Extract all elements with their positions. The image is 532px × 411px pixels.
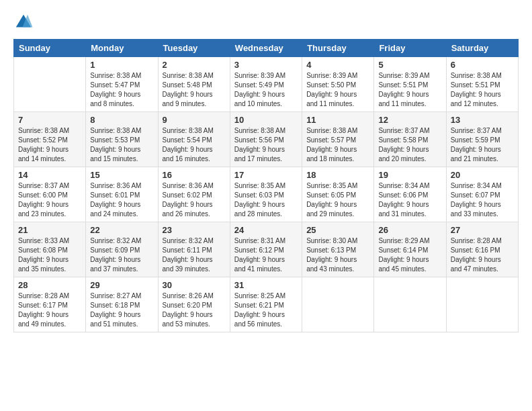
day-number: 21: [18, 225, 81, 235]
calendar-cell: 30Sunrise: 8:26 AMSunset: 6:20 PMDayligh…: [158, 277, 230, 332]
calendar-cell: 6Sunrise: 8:38 AMSunset: 5:51 PMDaylight…: [446, 57, 518, 112]
page: SundayMondayTuesdayWednesdayThursdayFrid…: [0, 0, 532, 411]
day-info: Sunrise: 8:31 AMSunset: 6:12 PMDaylight:…: [234, 236, 298, 274]
day-number: 12: [378, 115, 441, 125]
calendar-cell: 12Sunrise: 8:37 AMSunset: 5:58 PMDayligh…: [374, 112, 446, 167]
header-cell-sunday: Sunday: [14, 40, 86, 57]
day-info: Sunrise: 8:32 AMSunset: 6:11 PMDaylight:…: [163, 236, 226, 274]
day-info: Sunrise: 8:34 AMSunset: 6:06 PMDaylight:…: [378, 181, 441, 219]
day-number: 19: [378, 170, 441, 180]
day-info: Sunrise: 8:37 AMSunset: 6:00 PMDaylight:…: [18, 181, 81, 219]
header-cell-wednesday: Wednesday: [230, 40, 302, 57]
calendar-cell: 26Sunrise: 8:29 AMSunset: 6:14 PMDayligh…: [374, 222, 446, 277]
logo: [13, 12, 36, 32]
calendar-cell: 13Sunrise: 8:37 AMSunset: 5:59 PMDayligh…: [446, 112, 518, 167]
week-row-4: 28Sunrise: 8:28 AMSunset: 6:17 PMDayligh…: [14, 277, 519, 332]
day-number: 29: [90, 280, 153, 290]
day-info: Sunrise: 8:28 AMSunset: 6:17 PMDaylight:…: [18, 291, 81, 329]
day-number: 27: [451, 225, 514, 235]
day-info: Sunrise: 8:38 AMSunset: 5:56 PMDaylight:…: [234, 126, 298, 164]
calendar-cell: 21Sunrise: 8:33 AMSunset: 6:08 PMDayligh…: [14, 222, 86, 277]
day-number: 2: [163, 60, 226, 70]
day-number: 13: [451, 115, 514, 125]
day-number: 4: [306, 60, 369, 70]
calendar-table: SundayMondayTuesdayWednesdayThursdayFrid…: [13, 39, 519, 332]
day-info: Sunrise: 8:37 AMSunset: 5:59 PMDaylight:…: [451, 126, 514, 164]
day-number: 6: [451, 60, 514, 70]
day-number: 9: [163, 115, 226, 125]
day-info: Sunrise: 8:27 AMSunset: 6:18 PMDaylight:…: [90, 291, 153, 329]
header-cell-tuesday: Tuesday: [158, 40, 230, 57]
day-number: 24: [234, 225, 298, 235]
logo-icon: [13, 12, 34, 32]
day-info: Sunrise: 8:38 AMSunset: 5:53 PMDaylight:…: [90, 126, 153, 164]
day-number: 26: [378, 225, 441, 235]
calendar-cell: [14, 57, 86, 112]
day-info: Sunrise: 8:29 AMSunset: 6:14 PMDaylight:…: [378, 236, 441, 274]
day-info: Sunrise: 8:38 AMSunset: 5:57 PMDaylight:…: [306, 126, 369, 164]
calendar-cell: 4Sunrise: 8:39 AMSunset: 5:50 PMDaylight…: [302, 57, 374, 112]
week-row-2: 14Sunrise: 8:37 AMSunset: 6:00 PMDayligh…: [14, 167, 519, 222]
day-number: 16: [163, 170, 226, 180]
calendar-cell: 11Sunrise: 8:38 AMSunset: 5:57 PMDayligh…: [302, 112, 374, 167]
calendar-cell: 17Sunrise: 8:35 AMSunset: 6:03 PMDayligh…: [230, 167, 302, 222]
day-number: 15: [90, 170, 153, 180]
header-cell-friday: Friday: [374, 40, 446, 57]
day-number: 25: [306, 225, 369, 235]
calendar-cell: 15Sunrise: 8:36 AMSunset: 6:01 PMDayligh…: [86, 167, 158, 222]
day-info: Sunrise: 8:39 AMSunset: 5:49 PMDaylight:…: [234, 71, 298, 109]
day-info: Sunrise: 8:35 AMSunset: 6:05 PMDaylight:…: [306, 181, 369, 219]
day-number: 17: [234, 170, 298, 180]
calendar-cell: 14Sunrise: 8:37 AMSunset: 6:00 PMDayligh…: [14, 167, 86, 222]
header-row: SundayMondayTuesdayWednesdayThursdayFrid…: [14, 40, 519, 57]
calendar-cell: 1Sunrise: 8:38 AMSunset: 5:47 PMDaylight…: [86, 57, 158, 112]
day-info: Sunrise: 8:36 AMSunset: 6:01 PMDaylight:…: [90, 181, 153, 219]
calendar-cell: 18Sunrise: 8:35 AMSunset: 6:05 PMDayligh…: [302, 167, 374, 222]
calendar-cell: [374, 277, 446, 332]
day-info: Sunrise: 8:34 AMSunset: 6:07 PMDaylight:…: [451, 181, 514, 219]
day-info: Sunrise: 8:38 AMSunset: 5:51 PMDaylight:…: [451, 71, 514, 109]
week-row-0: 1Sunrise: 8:38 AMSunset: 5:47 PMDaylight…: [14, 57, 519, 112]
day-number: 3: [234, 60, 298, 70]
day-info: Sunrise: 8:28 AMSunset: 6:16 PMDaylight:…: [451, 236, 514, 274]
day-number: 18: [306, 170, 369, 180]
day-info: Sunrise: 8:39 AMSunset: 5:50 PMDaylight:…: [306, 71, 369, 109]
day-info: Sunrise: 8:35 AMSunset: 6:03 PMDaylight:…: [234, 181, 298, 219]
day-info: Sunrise: 8:38 AMSunset: 5:48 PMDaylight:…: [163, 71, 226, 109]
calendar-cell: 29Sunrise: 8:27 AMSunset: 6:18 PMDayligh…: [86, 277, 158, 332]
calendar-cell: 23Sunrise: 8:32 AMSunset: 6:11 PMDayligh…: [158, 222, 230, 277]
day-info: Sunrise: 8:38 AMSunset: 5:47 PMDaylight:…: [90, 71, 153, 109]
calendar-cell: 27Sunrise: 8:28 AMSunset: 6:16 PMDayligh…: [446, 222, 518, 277]
calendar-cell: 5Sunrise: 8:39 AMSunset: 5:51 PMDaylight…: [374, 57, 446, 112]
day-info: Sunrise: 8:37 AMSunset: 5:58 PMDaylight:…: [378, 126, 441, 164]
calendar-body: 1Sunrise: 8:38 AMSunset: 5:47 PMDaylight…: [14, 57, 519, 332]
day-number: 7: [18, 115, 81, 125]
day-number: 14: [18, 170, 81, 180]
day-info: Sunrise: 8:25 AMSunset: 6:21 PMDaylight:…: [234, 291, 298, 329]
calendar-cell: 24Sunrise: 8:31 AMSunset: 6:12 PMDayligh…: [230, 222, 302, 277]
day-info: Sunrise: 8:33 AMSunset: 6:08 PMDaylight:…: [18, 236, 81, 274]
day-info: Sunrise: 8:26 AMSunset: 6:20 PMDaylight:…: [163, 291, 226, 329]
calendar-cell: 3Sunrise: 8:39 AMSunset: 5:49 PMDaylight…: [230, 57, 302, 112]
day-number: 23: [163, 225, 226, 235]
day-info: Sunrise: 8:39 AMSunset: 5:51 PMDaylight:…: [378, 71, 441, 109]
calendar-cell: 19Sunrise: 8:34 AMSunset: 6:06 PMDayligh…: [374, 167, 446, 222]
day-number: 8: [90, 115, 153, 125]
day-number: 11: [306, 115, 369, 125]
calendar-cell: 8Sunrise: 8:38 AMSunset: 5:53 PMDaylight…: [86, 112, 158, 167]
calendar-cell: 25Sunrise: 8:30 AMSunset: 6:13 PMDayligh…: [302, 222, 374, 277]
day-info: Sunrise: 8:38 AMSunset: 5:54 PMDaylight:…: [163, 126, 226, 164]
day-info: Sunrise: 8:30 AMSunset: 6:13 PMDaylight:…: [306, 236, 369, 274]
calendar-cell: 20Sunrise: 8:34 AMSunset: 6:07 PMDayligh…: [446, 167, 518, 222]
header-cell-monday: Monday: [86, 40, 158, 57]
day-number: 20: [451, 170, 514, 180]
day-number: 28: [18, 280, 81, 290]
header-cell-saturday: Saturday: [446, 40, 518, 57]
week-row-1: 7Sunrise: 8:38 AMSunset: 5:52 PMDaylight…: [14, 112, 519, 167]
day-info: Sunrise: 8:36 AMSunset: 6:02 PMDaylight:…: [163, 181, 226, 219]
calendar-cell: 31Sunrise: 8:25 AMSunset: 6:21 PMDayligh…: [230, 277, 302, 332]
header-cell-thursday: Thursday: [302, 40, 374, 57]
calendar-cell: 2Sunrise: 8:38 AMSunset: 5:48 PMDaylight…: [158, 57, 230, 112]
day-number: 5: [378, 60, 441, 70]
day-number: 1: [90, 60, 153, 70]
